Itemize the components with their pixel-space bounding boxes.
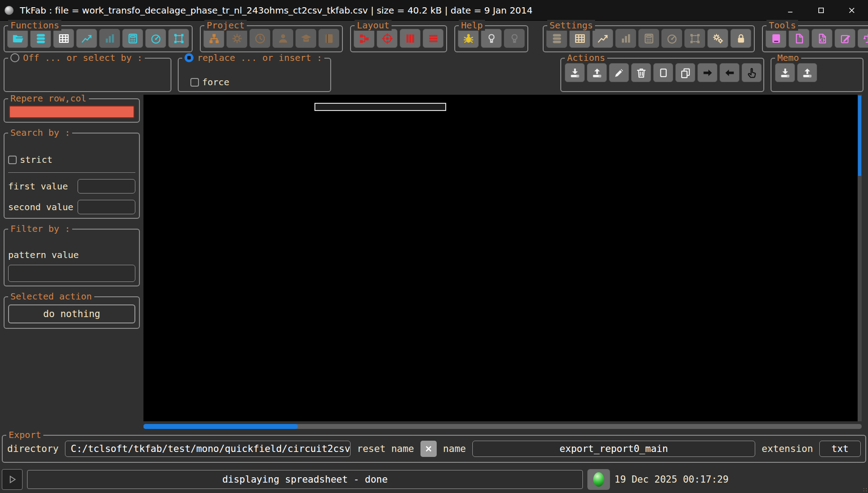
project-frame: Project [200,25,343,52]
open-folder-icon [12,32,24,45]
extension-input[interactable]: txt [819,441,861,457]
layout-label: Layout [355,20,392,31]
database-button[interactable] [546,29,567,48]
vertical-scrollbar[interactable] [858,95,862,421]
gears-icon [712,32,724,45]
calculator-button[interactable] [122,29,143,48]
calculator-icon [643,32,655,45]
lock-button[interactable] [730,29,751,48]
pencil-button[interactable] [609,63,629,82]
gear-button[interactable] [226,29,247,48]
app-icon [5,6,14,15]
maximize-button[interactable] [817,6,826,15]
line-chart-button[interactable] [592,29,613,48]
changes-context-menu [314,103,446,111]
help-label: Help [459,20,485,31]
settings-frame: Settings [543,25,755,52]
lamp-button[interactable] [504,29,525,48]
calculator-button[interactable] [638,29,659,48]
copy-button[interactable] [675,63,695,82]
lock-icon [735,32,747,45]
force-option[interactable]: force [190,77,229,88]
upload-icon [591,67,603,79]
upload-icon [801,67,813,79]
gear-icon [231,32,243,45]
columns-icon [404,32,416,45]
horizontal-scrollbar-thumb[interactable] [143,424,298,429]
table-button[interactable] [53,29,74,48]
tree-button[interactable] [203,29,224,48]
minimize-button[interactable] [786,6,795,15]
directory-input[interactable]: C:/tclsoft/tkfab/test/mono/quickfield/ci… [65,441,351,457]
rows-button[interactable] [423,29,443,48]
copy-icon [679,67,692,79]
file-button[interactable] [789,29,809,48]
graduation-cap-button[interactable] [295,29,316,48]
notebook-button[interactable] [319,29,339,48]
reset-name-button[interactable] [420,441,437,457]
file-code-button[interactable] [812,29,832,48]
notebook-icon [323,32,335,45]
lamp-button[interactable] [481,29,502,48]
bug-button[interactable] [458,29,479,48]
title-bar: TkFab : file = work_transfo_decalage_pha… [0,0,868,21]
selected-action-value[interactable]: do nothing [8,304,135,323]
second-value-input[interactable] [78,200,135,214]
rectangle-button[interactable] [653,63,673,82]
run-button[interactable] [2,469,23,490]
layout-frame: Layout [350,25,447,52]
arrow-right-button[interactable] [697,63,717,82]
strict-checkbox[interactable] [8,156,17,164]
scales-button[interactable] [858,29,868,48]
open-folder-button[interactable] [7,29,28,48]
selection-frame-button[interactable] [168,29,189,48]
resize-grip[interactable]: .. .. [863,487,867,492]
repere-frame: Repere row,col [4,98,140,123]
pattern-value-input[interactable] [8,265,135,282]
select-by-title: Off ... or select by : [23,52,143,63]
force-checkbox[interactable] [190,78,199,87]
download-button[interactable] [565,63,585,82]
actions-frame: Actions [560,58,764,92]
gauge-button[interactable] [661,29,682,48]
database-button[interactable] [30,29,51,48]
flow-tree-button[interactable] [354,29,374,48]
settings-label: Settings [547,20,595,31]
status-led-button[interactable] [587,469,610,490]
table-button[interactable] [569,29,590,48]
reset-name-label: reset name [357,443,414,454]
upload-button[interactable] [797,63,817,82]
search-by-frame: Search by : strict first value second va… [4,133,140,219]
replace-radio[interactable] [185,53,194,62]
close-button[interactable] [847,6,856,15]
gauge-button[interactable] [145,29,166,48]
calculator-icon [127,32,139,45]
upload-button[interactable] [587,63,607,82]
bar-chart-button[interactable] [615,29,636,48]
spreadsheet [143,95,862,421]
target-button[interactable] [377,29,397,48]
first-value-input[interactable] [78,179,135,194]
user-button[interactable] [272,29,293,48]
trash-button[interactable] [631,63,651,82]
insert-title: replace ... or insert : [197,52,322,63]
name-input[interactable]: export_report0_main [472,441,756,457]
line-chart-button[interactable] [76,29,97,48]
select-off-radio[interactable] [10,53,19,62]
gears-button[interactable] [707,29,728,48]
clock-button[interactable] [249,29,270,48]
hand-button[interactable] [742,63,762,82]
file-edit-button[interactable] [835,29,855,48]
selection-frame-button[interactable] [684,29,705,48]
arrow-left-button[interactable] [720,63,739,82]
name-label: name [443,443,466,454]
database-icon [35,32,47,45]
strict-option[interactable]: strict [8,154,135,165]
horizontal-scrollbar[interactable] [143,424,862,429]
columns-button[interactable] [400,29,420,48]
vertical-scrollbar-thumb[interactable] [858,96,861,176]
panel-button[interactable] [766,29,786,48]
bar-chart-button[interactable] [99,29,120,48]
repere-input[interactable] [9,106,134,118]
download-button[interactable] [775,63,795,82]
